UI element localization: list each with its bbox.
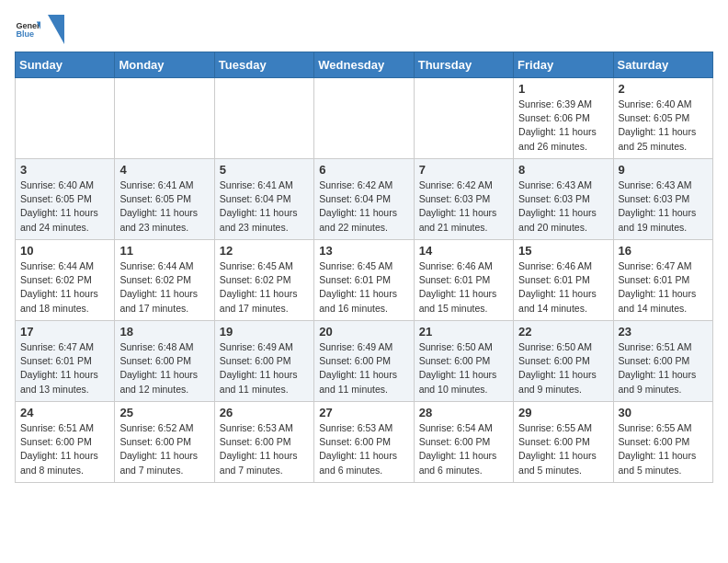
calendar-cell: 30Sunrise: 6:55 AMSunset: 6:00 PMDayligh… <box>613 402 712 483</box>
day-number: 18 <box>119 325 209 339</box>
calendar-cell: 23Sunrise: 6:51 AMSunset: 6:00 PMDayligh… <box>613 321 712 402</box>
calendar-cell: 15Sunrise: 6:46 AMSunset: 6:01 PMDayligh… <box>514 240 613 321</box>
day-number: 16 <box>619 244 708 258</box>
day-number: 2 <box>619 82 708 96</box>
svg-text:Blue: Blue <box>16 29 34 39</box>
calendar-cell: 6Sunrise: 6:42 AMSunset: 6:04 PMDaylight… <box>314 159 414 240</box>
calendar-cell <box>414 78 513 159</box>
day-number: 19 <box>220 325 309 339</box>
week-row-2: 3Sunrise: 6:40 AMSunset: 6:05 PMDaylight… <box>16 159 713 240</box>
day-number: 25 <box>119 406 209 419</box>
day-info: Sunrise: 6:46 AMSunset: 6:01 PMDaylight:… <box>419 259 508 316</box>
weekday-header-row: SundayMondayTuesdayWednesdayThursdayFrid… <box>16 52 713 78</box>
calendar-cell: 4Sunrise: 6:41 AMSunset: 6:05 PMDaylight… <box>115 159 214 240</box>
calendar-cell: 11Sunrise: 6:44 AMSunset: 6:02 PMDayligh… <box>115 240 214 321</box>
day-number: 4 <box>119 163 209 177</box>
day-info: Sunrise: 6:42 AMSunset: 6:04 PMDaylight:… <box>319 178 408 235</box>
day-number: 23 <box>619 325 708 339</box>
day-number: 28 <box>419 406 508 419</box>
logo-icon: General Blue <box>15 17 40 42</box>
day-info: Sunrise: 6:53 AMSunset: 6:00 PMDaylight:… <box>319 421 408 477</box>
day-info: Sunrise: 6:54 AMSunset: 6:00 PMDaylight:… <box>419 421 508 477</box>
day-info: Sunrise: 6:45 AMSunset: 6:02 PMDaylight:… <box>220 259 309 316</box>
day-info: Sunrise: 6:55 AMSunset: 6:00 PMDaylight:… <box>619 421 708 477</box>
day-number: 12 <box>220 244 309 258</box>
day-info: Sunrise: 6:41 AMSunset: 6:05 PMDaylight:… <box>119 178 209 235</box>
calendar-cell: 21Sunrise: 6:50 AMSunset: 6:00 PMDayligh… <box>414 321 513 402</box>
day-number: 3 <box>20 163 109 177</box>
day-number: 13 <box>319 244 408 258</box>
day-number: 30 <box>619 406 708 419</box>
calendar-cell: 24Sunrise: 6:51 AMSunset: 6:00 PMDayligh… <box>16 402 115 483</box>
day-number: 17 <box>20 325 109 339</box>
weekday-header-monday: Monday <box>115 52 214 78</box>
day-info: Sunrise: 6:42 AMSunset: 6:03 PMDaylight:… <box>419 178 508 235</box>
day-info: Sunrise: 6:43 AMSunset: 6:03 PMDaylight:… <box>619 178 708 235</box>
calendar-cell: 29Sunrise: 6:55 AMSunset: 6:00 PMDayligh… <box>514 402 613 483</box>
day-info: Sunrise: 6:48 AMSunset: 6:00 PMDaylight:… <box>119 340 209 396</box>
weekday-header-friday: Friday <box>514 52 613 78</box>
calendar-cell: 19Sunrise: 6:49 AMSunset: 6:00 PMDayligh… <box>214 321 313 402</box>
day-number: 7 <box>419 163 508 177</box>
day-number: 9 <box>619 163 708 177</box>
calendar-cell: 20Sunrise: 6:49 AMSunset: 6:00 PMDayligh… <box>314 321 414 402</box>
day-info: Sunrise: 6:53 AMSunset: 6:00 PMDaylight:… <box>220 421 309 477</box>
weekday-header-wednesday: Wednesday <box>314 52 414 78</box>
day-number: 8 <box>518 163 608 177</box>
weekday-header-sunday: Sunday <box>16 52 115 78</box>
week-row-5: 24Sunrise: 6:51 AMSunset: 6:00 PMDayligh… <box>16 402 713 483</box>
calendar-cell <box>314 78 414 159</box>
day-info: Sunrise: 6:55 AMSunset: 6:00 PMDaylight:… <box>518 421 608 477</box>
day-number: 11 <box>119 244 209 258</box>
calendar-cell: 2Sunrise: 6:40 AMSunset: 6:05 PMDaylight… <box>613 78 712 159</box>
day-info: Sunrise: 6:40 AMSunset: 6:05 PMDaylight:… <box>619 98 708 154</box>
day-number: 26 <box>220 406 309 419</box>
day-number: 21 <box>419 325 508 339</box>
calendar-cell: 5Sunrise: 6:41 AMSunset: 6:04 PMDaylight… <box>214 159 313 240</box>
weekday-header-tuesday: Tuesday <box>214 52 313 78</box>
calendar-cell: 18Sunrise: 6:48 AMSunset: 6:00 PMDayligh… <box>115 321 214 402</box>
svg-text:General: General <box>16 21 40 30</box>
day-info: Sunrise: 6:50 AMSunset: 6:00 PMDaylight:… <box>518 340 608 396</box>
calendar-cell <box>16 78 115 159</box>
week-row-3: 10Sunrise: 6:44 AMSunset: 6:02 PMDayligh… <box>16 240 713 321</box>
day-number: 1 <box>518 82 608 96</box>
calendar-cell: 22Sunrise: 6:50 AMSunset: 6:00 PMDayligh… <box>514 321 613 402</box>
calendar-cell: 12Sunrise: 6:45 AMSunset: 6:02 PMDayligh… <box>214 240 313 321</box>
day-info: Sunrise: 6:47 AMSunset: 6:01 PMDaylight:… <box>20 340 109 396</box>
logo: General Blue <box>15 15 64 44</box>
logo-arrow-icon <box>48 15 64 44</box>
day-number: 14 <box>419 244 508 258</box>
day-number: 10 <box>20 244 109 258</box>
day-info: Sunrise: 6:39 AMSunset: 6:06 PMDaylight:… <box>518 98 608 154</box>
calendar-cell: 9Sunrise: 6:43 AMSunset: 6:03 PMDaylight… <box>613 159 712 240</box>
week-row-4: 17Sunrise: 6:47 AMSunset: 6:01 PMDayligh… <box>16 321 713 402</box>
day-number: 24 <box>20 406 109 419</box>
calendar-table: SundayMondayTuesdayWednesdayThursdayFrid… <box>15 52 713 483</box>
calendar-cell: 1Sunrise: 6:39 AMSunset: 6:06 PMDaylight… <box>514 78 613 159</box>
calendar-cell: 27Sunrise: 6:53 AMSunset: 6:00 PMDayligh… <box>314 402 414 483</box>
day-number: 6 <box>319 163 408 177</box>
day-info: Sunrise: 6:41 AMSunset: 6:04 PMDaylight:… <box>220 178 309 235</box>
calendar-cell: 26Sunrise: 6:53 AMSunset: 6:00 PMDayligh… <box>214 402 313 483</box>
day-number: 29 <box>518 406 608 419</box>
day-info: Sunrise: 6:44 AMSunset: 6:02 PMDaylight:… <box>20 259 109 316</box>
day-info: Sunrise: 6:51 AMSunset: 6:00 PMDaylight:… <box>20 421 109 477</box>
day-info: Sunrise: 6:40 AMSunset: 6:05 PMDaylight:… <box>20 178 109 235</box>
day-info: Sunrise: 6:45 AMSunset: 6:01 PMDaylight:… <box>319 259 408 316</box>
day-number: 5 <box>220 163 309 177</box>
weekday-header-saturday: Saturday <box>613 52 712 78</box>
day-number: 27 <box>319 406 408 419</box>
calendar-cell: 25Sunrise: 6:52 AMSunset: 6:00 PMDayligh… <box>115 402 214 483</box>
day-info: Sunrise: 6:49 AMSunset: 6:00 PMDaylight:… <box>220 340 309 396</box>
calendar-cell: 13Sunrise: 6:45 AMSunset: 6:01 PMDayligh… <box>314 240 414 321</box>
day-info: Sunrise: 6:49 AMSunset: 6:00 PMDaylight:… <box>319 340 408 396</box>
page-header: General Blue <box>15 15 713 44</box>
calendar-cell: 14Sunrise: 6:46 AMSunset: 6:01 PMDayligh… <box>414 240 513 321</box>
day-number: 20 <box>319 325 408 339</box>
day-info: Sunrise: 6:43 AMSunset: 6:03 PMDaylight:… <box>518 178 608 235</box>
day-info: Sunrise: 6:52 AMSunset: 6:00 PMDaylight:… <box>119 421 209 477</box>
day-number: 22 <box>518 325 608 339</box>
day-info: Sunrise: 6:44 AMSunset: 6:02 PMDaylight:… <box>119 259 209 316</box>
calendar-cell: 3Sunrise: 6:40 AMSunset: 6:05 PMDaylight… <box>16 159 115 240</box>
